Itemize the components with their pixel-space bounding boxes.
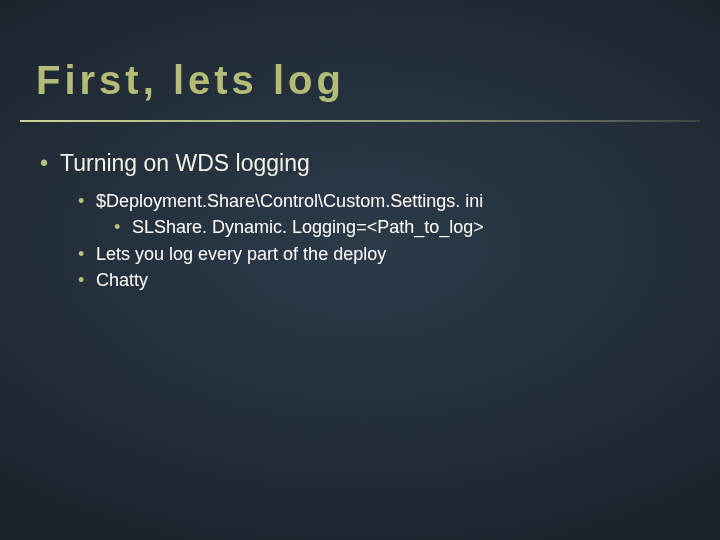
bullet-text: Lets you log every part of the deploy [96, 244, 386, 264]
bullet-icon: • [78, 189, 84, 213]
bullet-icon: • [78, 242, 84, 266]
bullet-icon: • [114, 215, 120, 239]
bullet-icon: • [40, 150, 48, 177]
bullet-icon: • [78, 268, 84, 292]
bullet-level-2: • $Deployment.Share\Control\Custom.Setti… [40, 189, 680, 213]
bullet-text: SLShare. Dynamic. Logging=<Path_to_log> [132, 217, 484, 237]
bullet-text: Turning on WDS logging [60, 150, 310, 176]
bullet-level-3: • SLShare. Dynamic. Logging=<Path_to_log… [40, 215, 680, 239]
slide: First, lets log • Turning on WDS logging… [0, 0, 720, 540]
bullet-level-2: • Lets you log every part of the deploy [40, 242, 680, 266]
bullet-level-2: • Chatty [40, 268, 680, 292]
slide-body: • Turning on WDS logging • $Deployment.S… [40, 150, 680, 294]
title-underline [20, 120, 700, 122]
bullet-text: Chatty [96, 270, 148, 290]
bullet-text: $Deployment.Share\Control\Custom.Setting… [96, 191, 483, 211]
slide-title: First, lets log [36, 58, 345, 103]
bullet-level-1: • Turning on WDS logging [40, 150, 680, 177]
